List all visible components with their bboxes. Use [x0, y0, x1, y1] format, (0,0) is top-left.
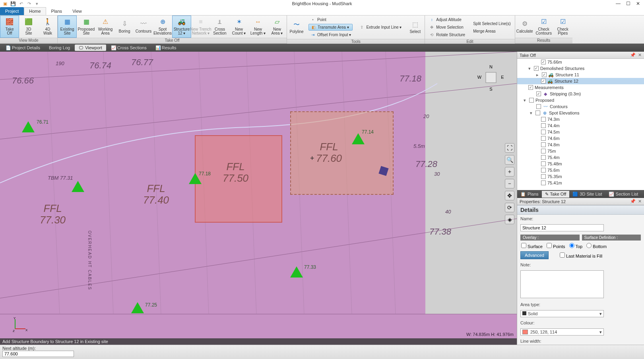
maximize-button[interactable]: ☐: [626, 1, 630, 6]
merge-areas-button[interactable]: Merge Areas: [471, 28, 512, 35]
close-button[interactable]: ✕: [636, 1, 640, 6]
save-icon[interactable]: 💾: [10, 1, 16, 6]
tree-item[interactable]: 74.5m: [517, 129, 644, 135]
last-material-checkbox[interactable]: Last Material is Fill: [560, 252, 602, 258]
takeoff-tree[interactable]: 75.66m ▾Demolished Structures ▸🚜Structur…: [517, 59, 644, 190]
extrude-line-button[interactable]: ⇪Extrude Input Line ▾: [357, 24, 403, 31]
bottom-radio[interactable]: Bottom: [586, 243, 607, 249]
perspective-icon[interactable]: ◈: [505, 215, 514, 224]
tree-item[interactable]: 74.8m: [517, 142, 644, 148]
btab-plans[interactable]: 📋Plans: [517, 191, 542, 198]
tree-item-stripping[interactable]: ◆Stripping (0.3m): [517, 91, 644, 97]
rotate-structure-button[interactable]: ⟲Rotate Structure: [427, 31, 467, 38]
area-type-select[interactable]: Solid▾: [520, 310, 604, 317]
ribbon-group-edit: ↕Adjust Altitude ✥Move Selection ⟲Rotate…: [425, 16, 515, 43]
orbit-icon[interactable]: ⟳: [505, 203, 514, 212]
tab-view[interactable]: View: [67, 7, 87, 15]
viewport-canvas[interactable]: 76.66 76.74 76.77 77.18 77.28 77.38 190 …: [0, 52, 517, 345]
pin-icon[interactable]: 📌: [630, 52, 636, 58]
tab-viewport[interactable]: 🖵Viewport: [75, 45, 106, 51]
check-pipes-button[interactable]: ☑Check Pipes: [553, 16, 572, 38]
pin-icon[interactable]: 📌: [630, 199, 636, 204]
tab-results[interactable]: 📊Results: [151, 45, 180, 51]
structure-button[interactable]: 🚜Structure 12 ▾: [172, 16, 191, 38]
fit-icon[interactable]: ⛶: [505, 143, 514, 153]
4d-walk-button[interactable]: 🚶4D Walk: [38, 16, 57, 38]
tree-item-s12[interactable]: 🚜Structure 12: [517, 78, 644, 84]
polyline-button[interactable]: 〜Polyline: [287, 16, 306, 39]
viewport-side-controls: ⛶ 🔍 ＋ － ✥ ⟳ ◈: [505, 143, 514, 224]
close-panel-icon[interactable]: ✕: [638, 52, 642, 58]
points-checkbox[interactable]: Points: [547, 243, 565, 249]
tab-boring-log[interactable]: Boring Log: [45, 45, 74, 51]
tree-item[interactable]: 74.6m: [517, 135, 644, 142]
tree-item[interactable]: 74.4m: [517, 122, 644, 129]
tree-item[interactable]: 75.41m: [517, 180, 644, 186]
take-off-button[interactable]: 🧱Take Off: [0, 16, 19, 38]
split-lines-button[interactable]: Split Selected Line(s): [471, 20, 512, 27]
pan-icon[interactable]: ✥: [505, 191, 514, 200]
tab-home[interactable]: Home: [24, 7, 46, 15]
dist-label: TBM 77.31: [48, 175, 73, 181]
tree-item[interactable]: 75.6m: [517, 167, 644, 173]
existing-site-button[interactable]: ▦Existing Site: [58, 16, 77, 38]
tree-item-contours[interactable]: 〰Contours: [517, 103, 644, 110]
colour-select[interactable]: 250, 128, 114▾: [520, 328, 604, 336]
top-radio[interactable]: Top: [569, 243, 583, 249]
tree-item-proposed[interactable]: ▾Proposed: [517, 97, 644, 103]
adjust-altitude-button[interactable]: ↕Adjust Altitude: [427, 16, 467, 23]
zoom-window-icon[interactable]: 🔍: [505, 155, 514, 165]
tree-item-s11[interactable]: ▸🚜Structure 11: [517, 72, 644, 78]
redo-icon[interactable]: ↷: [26, 1, 32, 6]
tree-item[interactable]: 75m: [517, 148, 644, 154]
move-selection-button[interactable]: ✥Move Selection: [427, 24, 467, 31]
offset-from-input-button[interactable]: ⇥Offset From Input ▾: [308, 31, 353, 38]
svg-rect-13: [486, 72, 496, 83]
qat-dropdown-icon[interactable]: ▾: [34, 1, 40, 6]
tree-item[interactable]: 75.48m: [517, 161, 644, 167]
btab-takeoff[interactable]: ✎Take Off: [542, 191, 570, 198]
note-textarea[interactable]: [520, 270, 604, 298]
tree-item[interactable]: 75.66m: [517, 59, 644, 65]
check-contours-button[interactable]: ☑Check Contours: [534, 16, 553, 38]
tree-item-demolished[interactable]: ▾Demolished Structures: [517, 65, 644, 72]
new-area-button[interactable]: ▱New Area ▾: [268, 16, 287, 38]
close-panel-icon[interactable]: ✕: [638, 199, 642, 204]
name-input[interactable]: [520, 224, 604, 231]
new-length-button[interactable]: ↔New Length ▾: [248, 16, 268, 38]
boring-button[interactable]: ⇩Boring: [115, 16, 134, 38]
3d-site-button[interactable]: 🟩3D Site: [19, 16, 38, 38]
zoom-in-icon[interactable]: ＋: [505, 167, 514, 177]
tab-project[interactable]: Project: [0, 7, 24, 15]
tab-plans[interactable]: Plans: [46, 7, 68, 15]
zoom-out-icon[interactable]: －: [505, 179, 514, 188]
new-count-button[interactable]: ✶New Count ▾: [229, 16, 248, 38]
tree-item[interactable]: 75.35m: [517, 173, 644, 180]
tree-item[interactable]: 75.4m: [517, 154, 644, 161]
tree-item-measurements[interactable]: Measurements: [517, 84, 644, 91]
calculate-button[interactable]: ⚙Calculate: [515, 16, 534, 38]
point-button[interactable]: •Point: [308, 16, 353, 23]
tab-project-details[interactable]: 📄Project Details: [2, 45, 44, 51]
contours-button[interactable]: 〰Contours: [134, 16, 153, 38]
advanced-button[interactable]: Advanced: [520, 251, 549, 259]
compass[interactable]: N S E W: [477, 64, 505, 91]
transmute-area-button[interactable]: ◧Transmute Area ▾: [308, 24, 353, 31]
proposed-site-button[interactable]: ▦Proposed Site: [77, 16, 96, 38]
tab-cross-sections[interactable]: 📈Cross Sections: [107, 45, 151, 51]
select-button[interactable]: ⬚Select: [405, 16, 425, 39]
working-area-button[interactable]: ⚠Working Area: [96, 16, 115, 38]
btab-sections[interactable]: 📈Section List: [605, 191, 642, 198]
surface-checkbox[interactable]: Surface: [521, 243, 543, 249]
new-trench-button[interactable]: ≡New Trench Network ▾: [191, 16, 210, 38]
minimize-button[interactable]: —: [616, 1, 621, 6]
spot-elevations-button[interactable]: ⊕Spot Elevations: [153, 16, 172, 38]
undo-icon[interactable]: ↶: [18, 1, 24, 6]
next-altitude-input[interactable]: [2, 351, 74, 357]
ffl-label: FFL77.60: [316, 141, 342, 164]
btab-3dsite[interactable]: 🟦3D Site List: [569, 191, 605, 198]
cross-section-button[interactable]: ⫫Cross Section: [210, 16, 229, 38]
tree-item[interactable]: 74.3m: [517, 116, 644, 122]
svg-text:N: N: [489, 64, 493, 69]
tree-item-spot-elev[interactable]: ▾⊕Spot Elevations: [517, 110, 644, 116]
